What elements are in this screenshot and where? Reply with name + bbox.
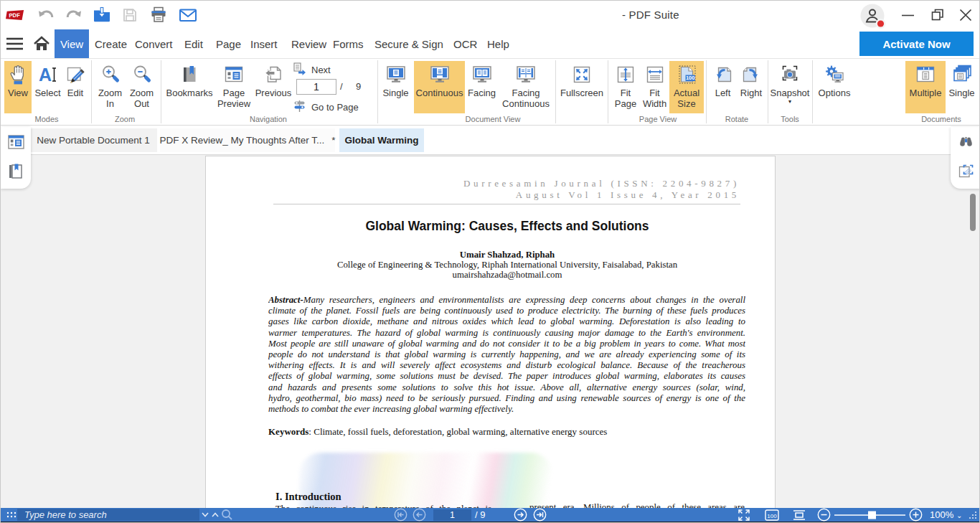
snapshot-selection-icon[interactable] <box>958 163 974 179</box>
monitor-facing-pages-icon <box>471 63 494 86</box>
journal-header: Durreesamin Journal (ISSN: 2204-9827) Au… <box>463 178 740 201</box>
single-document-icon <box>951 63 974 86</box>
search-magnifier-icon[interactable] <box>220 508 233 522</box>
home-icon[interactable] <box>33 36 50 52</box>
restore-button[interactable] <box>922 1 953 29</box>
menu-item-convert[interactable]: Convert <box>135 29 173 58</box>
previous-page-button[interactable] <box>412 508 427 522</box>
document-viewport[interactable]: Durreesamin Journal (ISSN: 2204-9827) Au… <box>1 155 980 508</box>
monitor-continuous-page-icon <box>428 63 451 86</box>
menu-item-insert[interactable]: Insert <box>250 29 278 58</box>
rotate-left-icon <box>712 63 735 86</box>
open-file-icon[interactable] <box>93 6 111 24</box>
menu-item-view[interactable]: View <box>55 29 89 58</box>
abstract-line: Many researchers, engineers and environm… <box>303 295 745 305</box>
page-preview-sidebar-icon[interactable] <box>8 134 24 151</box>
next-page-row[interactable]: Next <box>293 62 331 78</box>
ribbon-actual-size-button[interactable]: 100 Actual Size <box>669 61 704 113</box>
minimize-button[interactable] <box>892 1 924 29</box>
menu-item-ocr[interactable]: OCR <box>453 29 477 58</box>
bookmarks-sidebar-icon[interactable] <box>8 163 24 179</box>
ribbon-button-label: Bookmarks <box>166 88 212 98</box>
vertical-scrollbar-thumb[interactable] <box>970 194 976 231</box>
status-page-number-field[interactable]: 1 <box>433 509 471 521</box>
menu-item-secure-sign[interactable]: Secure & Sign <box>374 29 443 58</box>
tab-pdf-x-review[interactable]: PDF X Review_ My Thoughts After T... * <box>160 128 335 152</box>
page-number-input[interactable] <box>296 79 336 95</box>
search-next-chevron-icon[interactable] <box>200 508 210 522</box>
ribbon-single-view-button[interactable]: Single <box>379 61 413 113</box>
ribbon-continuous-button[interactable]: Continuous <box>414 61 465 113</box>
paper-affiliation: College of Engineering & Technology, Rip… <box>206 260 776 270</box>
zoom-level-label[interactable]: 100% ⌄ <box>930 509 962 522</box>
next-page-button[interactable] <box>513 508 528 522</box>
print-icon[interactable] <box>149 6 168 24</box>
rotate-right-icon <box>740 63 763 86</box>
ribbon-page-preview-button[interactable]: Page Preview <box>213 61 255 113</box>
close-button[interactable] <box>950 1 980 29</box>
user-account-icon[interactable] <box>860 3 886 29</box>
ribbon-bookmarks-button[interactable]: Bookmarks <box>166 61 213 113</box>
ribbon-button-label: Next <box>311 65 331 75</box>
menu-item-create[interactable]: Create <box>95 29 127 58</box>
ribbon-group-separator <box>91 60 92 123</box>
ribbon-rotate-right-button[interactable]: Right <box>737 61 765 113</box>
resize-grip-icon[interactable] <box>967 508 979 522</box>
ribbon-group-modes: Modes <box>34 115 58 123</box>
last-page-button[interactable] <box>532 508 547 522</box>
ribbon-facing-button[interactable]: Facing <box>466 61 498 113</box>
tab-new-portable-document[interactable]: New Portable Document 1 <box>29 128 157 152</box>
tab-modified-indicator: * <box>331 135 335 146</box>
journal-rule <box>273 204 740 204</box>
menu-item-forms[interactable]: Forms <box>333 29 364 58</box>
status-actual-size-icon[interactable]: 100 <box>764 508 780 522</box>
search-binoculars-icon[interactable] <box>958 134 974 151</box>
ribbon-fit-width-button[interactable]: Fit Width <box>640 61 669 113</box>
hamburger-menu-icon[interactable] <box>6 37 24 51</box>
menu-item-edit[interactable]: Edit <box>184 29 203 58</box>
search-input[interactable]: Type here to search <box>17 509 199 521</box>
ribbon-snapshot-button[interactable]: Snapshot ▾ <box>769 61 811 113</box>
page-separator: / <box>340 81 343 92</box>
zoom-slider[interactable] <box>834 508 906 522</box>
ribbon-single-document-button[interactable]: Single <box>946 61 977 113</box>
zoom-in-icon <box>99 63 122 86</box>
ribbon-select-button[interactable]: A Select <box>34 61 61 113</box>
status-fullscreen-icon[interactable] <box>736 508 752 522</box>
ribbon-zoom-in-button[interactable]: Zoom In <box>95 61 126 113</box>
multiple-documents-icon <box>914 63 937 86</box>
search-prev-chevron-icon[interactable] <box>210 508 220 522</box>
go-to-page-row[interactable]: Go to Page <box>293 99 359 116</box>
activate-now-button[interactable]: Activate Now <box>859 32 974 56</box>
fit-page-icon <box>614 63 637 86</box>
ribbon-rotate-left-button[interactable]: Left <box>710 61 736 113</box>
first-page-button[interactable] <box>393 508 408 522</box>
menu-item-review[interactable]: Review <box>291 29 326 58</box>
ribbon-group-zoom: Zoom <box>115 115 135 123</box>
status-fit-width-icon[interactable] <box>791 508 807 522</box>
ribbon-zoom-out-button[interactable]: Zoom Out <box>126 61 157 113</box>
email-icon[interactable] <box>179 6 197 24</box>
redo-icon[interactable] <box>65 6 83 24</box>
ribbon-button-label: Single <box>382 88 408 98</box>
ribbon-fullscreen-button[interactable]: Fullscreen <box>560 61 604 113</box>
zoom-out-button[interactable] <box>816 508 831 522</box>
undo-icon[interactable] <box>37 6 55 24</box>
svg-text:PDF: PDF <box>9 12 20 19</box>
zoom-in-button[interactable] <box>908 508 923 522</box>
tab-global-warming[interactable]: Global Warming <box>339 128 424 152</box>
dock-grip-icon[interactable] <box>5 508 18 522</box>
ribbon-multiple-documents-button[interactable]: Multiple <box>905 61 946 113</box>
monitor-facing-continuous-icon <box>514 63 537 86</box>
menu-item-help[interactable]: Help <box>487 29 509 58</box>
ribbon-options-button[interactable]: Options <box>815 61 854 113</box>
ribbon-fit-page-button[interactable]: Fit Page <box>610 61 641 113</box>
ribbon-view-button[interactable]: View <box>4 61 32 113</box>
window-title: - PDF Suite <box>622 9 679 21</box>
menu-item-page[interactable]: Page <box>216 29 241 58</box>
save-icon[interactable] <box>121 6 139 24</box>
paper-keywords: Keywords: Climate, fossil fuels, defores… <box>268 426 756 438</box>
ribbon-edit-button[interactable]: Edit <box>63 61 88 113</box>
ribbon-facing-continuous-button[interactable]: Facing Continuous <box>499 61 553 113</box>
ribbon-previous-button[interactable]: Previous <box>255 61 292 113</box>
